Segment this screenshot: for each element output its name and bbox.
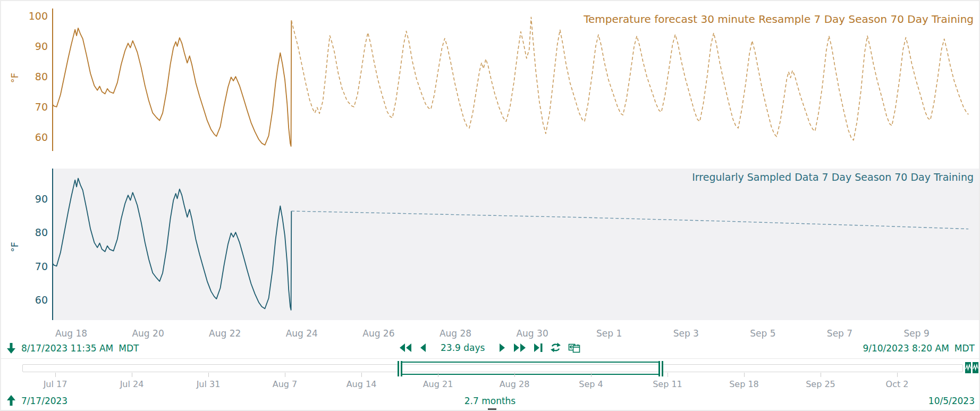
skip-to-start-button[interactable] [399,343,412,353]
skip-to-end-button[interactable] [534,343,543,353]
slider-tick [821,373,821,377]
slider-tick [668,373,668,377]
slider-tick [361,373,362,377]
y-tick-label: 90 [13,40,48,52]
slider-tick [55,373,56,377]
bottom-chart-plot[interactable] [52,169,979,320]
play-forward-button[interactable] [499,343,506,353]
play-forward-icon [499,343,506,353]
slider-tick-label: Sep 25 [794,379,847,389]
refresh-icon [550,342,561,353]
y-tick-label: 60 [13,131,48,143]
x-tick-label: Sep 1 [580,328,638,339]
y-tick-label: 60 [13,294,48,306]
refresh-button[interactable] [550,342,561,353]
window-end-timestamp: 9/10/2023 8:20 AMMDT [863,343,975,354]
x-tick-label: Sep 5 [733,328,792,339]
skip-to-end-icon [534,343,543,353]
fast-forward-icon [513,343,527,353]
slider-tick-label: Jul 17 [29,379,82,389]
slider-range-span: 2.7 months [1,396,979,406]
slider-tick-label: Aug 14 [335,379,388,389]
x-tick-label: Aug 30 [503,328,562,339]
x-tick-label: Aug 20 [119,328,178,339]
bottom-observed-line [52,178,291,310]
time-navigation-controls: 23.9 days [399,342,580,353]
top-observed-line [52,21,291,147]
window-span-label: 23.9 days [441,342,485,353]
series-zoom-icon[interactable] [965,362,978,373]
slider-tick [208,373,209,377]
divider [1,358,979,359]
slider-range-end-date: 10/5/2023 [928,396,975,406]
slider-right-handle[interactable] [658,361,663,376]
slider-tick-label: Aug 7 [258,379,311,389]
slider-tick [438,373,438,377]
slider-tick-label: Oct 2 [871,379,924,389]
y-tick-label: 80 [13,227,48,238]
slider-tick-label: Sep 4 [564,379,618,389]
x-tick-label: Aug 26 [349,328,408,339]
slider-tick [514,373,515,377]
calendar-copy-button[interactable] [568,342,580,353]
slider-tick-label: Sep 18 [717,379,771,389]
x-tick-label: Sep 9 [888,328,946,339]
x-tick-label: Sep 3 [657,328,715,339]
x-tick-label: Sep 7 [810,328,869,339]
slider-tick [591,373,592,377]
forecast-app: Temperature forecast 30 minute Resample … [0,0,980,411]
skip-to-start-icon [399,343,412,353]
slider-tick [744,373,745,377]
step-back-icon [419,343,426,353]
slider-tick-label: Jul 31 [182,379,235,389]
resize-handle[interactable] [488,408,496,411]
fast-forward-button[interactable] [513,343,527,353]
x-tick-label: Aug 24 [273,328,331,339]
bottom-forecast-line [291,211,968,229]
step-back-button[interactable] [419,343,426,353]
date-range-slider-selection[interactable] [400,362,661,375]
x-tick-label: Aug 22 [196,328,254,339]
top-forecast-line [291,17,968,140]
slider-tick [285,373,285,377]
calendar-copy-icon [568,342,580,353]
x-tick-label: Aug 28 [426,328,485,339]
x-tick-label: Aug 18 [42,328,100,339]
slider-tick [897,373,898,377]
window-start-down-arrow-icon [6,342,16,354]
slider-left-handle[interactable] [398,361,402,376]
top-chart-plot[interactable] [52,6,979,153]
slider-tick-label: Aug 28 [488,379,541,389]
y-tick-label: 100 [13,10,48,22]
y-tick-label: 70 [13,261,48,272]
window-start-timestamp: 8/17/2023 11:35 AMMDT [21,343,139,354]
slider-tick-label: Sep 11 [641,379,694,389]
y-tick-label: 70 [13,101,48,113]
slider-tick-label: Jul 24 [105,379,158,389]
slider-tick-label: Aug 21 [411,379,464,389]
slider-tick [132,373,132,377]
bottom-y-axis-unit: °F [9,242,20,252]
y-tick-label: 80 [13,71,48,82]
y-tick-label: 90 [13,193,48,205]
